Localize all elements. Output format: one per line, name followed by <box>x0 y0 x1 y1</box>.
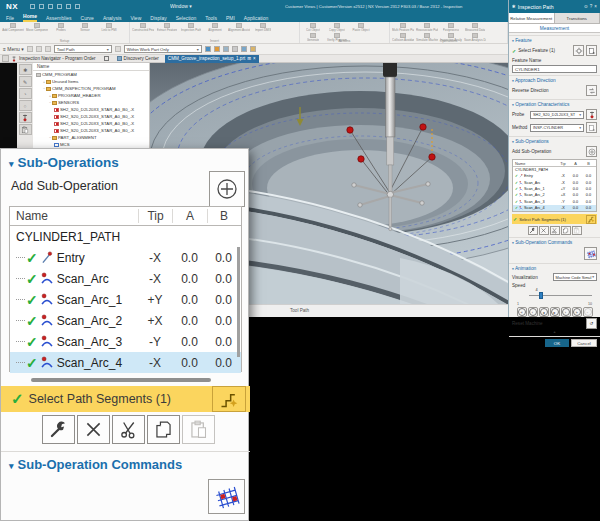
selection-filter-icon[interactable] <box>45 46 51 52</box>
close-icon[interactable]: × <box>253 56 256 61</box>
copy-button[interactable] <box>147 415 180 444</box>
menu-button[interactable]: ≡ Menu ▾ <box>3 46 24 52</box>
go-to-start-button[interactable]: « <box>517 307 527 317</box>
ribbon-item[interactable]: Extract Feature <box>156 23 178 32</box>
go-to-end-button[interactable]: » <box>572 307 582 317</box>
new-feature-button[interactable] <box>586 45 597 56</box>
ribbon-item[interactable]: Link to PMI <box>98 23 120 32</box>
split-view-icon[interactable]: ⊞ <box>247 56 251 61</box>
tab-application[interactable]: Application <box>244 15 268 22</box>
cancel-button[interactable]: Cancel <box>571 339 597 347</box>
quick-access-toolbar[interactable] <box>30 4 80 9</box>
tree-row[interactable]: SH2_S20_D2L20X3_STAR_A0_B0_-X <box>33 106 149 113</box>
toolbar-icon[interactable] <box>250 46 256 52</box>
ribbon-item[interactable]: Sensor <box>74 23 96 32</box>
ribbon-item[interactable]: Paste Object <box>350 23 372 32</box>
step-forward-button[interactable]: › <box>561 307 571 317</box>
select-path-segments-button[interactable] <box>586 215 596 224</box>
probe-select[interactable]: SH2_S20_D2L20X3_ST▾ <box>530 111 584 119</box>
section-sub-operation-commands[interactable]: ▾ Sub-Operation Commands <box>509 237 600 246</box>
tree-row[interactable]: −PART_ALIGNMENT <box>33 134 149 141</box>
ribbon-item[interactable]: Multi Feature Paths <box>392 23 414 32</box>
tree-row[interactable]: CMM_PROGRAM <box>33 71 149 78</box>
selection-filter-icon[interactable] <box>36 46 42 52</box>
pin-panel-icon[interactable] <box>104 56 109 61</box>
snap-point-icon[interactable] <box>115 46 121 52</box>
section-sub-operations[interactable]: ▾ Sub-Operations <box>509 136 600 145</box>
tab-tools[interactable]: Tools <box>205 15 217 22</box>
selection-filter-icon[interactable] <box>27 46 33 52</box>
toolbar-icon[interactable] <box>232 46 238 52</box>
toolbar-icon[interactable] <box>223 46 229 52</box>
tab-analysis[interactable]: Analysis <box>103 15 122 22</box>
window-menu[interactable]: Window ▾ <box>170 3 192 9</box>
tab-relative-measurement[interactable]: Relative Measurement <box>509 13 555 23</box>
ribbon-item[interactable]: Copy Object <box>326 23 348 32</box>
ribbon-item[interactable]: Inspection Path <box>180 23 202 32</box>
table-header[interactable]: Name Tip A B <box>10 207 241 226</box>
ribbon-item[interactable]: Cut Object <box>302 23 324 32</box>
notifications-icon[interactable]: ◔ <box>19 88 32 99</box>
tree-row[interactable]: +PROGRAM_HEADER <box>33 92 149 99</box>
play-backward-button[interactable]: ◂ <box>539 307 549 317</box>
assembly-navigator-icon[interactable]: ✱ <box>19 64 32 75</box>
constraint-navigator-icon[interactable]: ✎ <box>19 76 32 87</box>
table-row-selected[interactable]: ✓Scan_Arc_4 -X0.00.0 <box>513 205 596 211</box>
table-row-selected[interactable]: ✓Scan_Arc_4 -X0.00.0 <box>10 352 241 373</box>
delete-button[interactable] <box>539 226 549 235</box>
tab-pmi[interactable]: PMI <box>226 15 235 22</box>
tab-curve[interactable]: Curve <box>81 15 94 22</box>
step-back-button[interactable]: ‹ <box>528 307 538 317</box>
ribbon-item[interactable]: Move Component <box>26 23 48 32</box>
panel-title-bar[interactable]: ✱ Inspection Path ⊙ ? × <box>509 0 600 13</box>
speed-slider[interactable]: 4 <box>515 288 594 302</box>
paste-button[interactable] <box>572 226 582 235</box>
paste-button[interactable] <box>182 415 215 444</box>
add-sub-operation-button[interactable] <box>586 146 597 157</box>
cut-button[interactable] <box>550 226 560 235</box>
tree-row[interactable]: +Unused Items <box>33 78 149 85</box>
feature-name-input[interactable]: CYLINDER1 <box>512 65 597 73</box>
ribbon-item[interactable]: Postprocess <box>440 23 462 32</box>
search-icon[interactable]: ○ <box>19 100 32 111</box>
add-sub-operation-button[interactable] <box>209 171 245 207</box>
table-row[interactable]: ✓Scan_Arc_3 -Y0.00.0 <box>10 331 241 352</box>
tab-display[interactable]: Display <box>150 15 166 22</box>
tab-assemblies[interactable]: Assemblies <box>46 15 72 22</box>
tab-transitions[interactable]: Transitions <box>555 13 600 23</box>
select-path-segments-bar-mini[interactable]: ✓ Select Path Segments (1) <box>512 214 597 224</box>
measured-grid-button[interactable] <box>208 479 245 514</box>
reset-machine-button[interactable]: ↺ <box>586 318 597 329</box>
delete-button[interactable] <box>77 415 110 444</box>
table-row[interactable]: ✓Scan_Arc_1 +Y0.00.0 <box>10 289 241 310</box>
table-row[interactable]: ✓Entry -X0.00.0 <box>10 247 241 268</box>
tab-home[interactable]: Home <box>23 13 37 22</box>
tree-row[interactable]: SH2_S20_D2L20X3_STAR_A0_B0_-X <box>33 127 149 134</box>
tab-selection[interactable]: Selection <box>176 15 197 22</box>
table-row[interactable]: ✓Scan_Arc_2 +X0.00.0 <box>10 310 241 331</box>
stop-button[interactable]: ▪ <box>583 307 593 317</box>
ribbon-item[interactable]: Alignment <box>204 23 226 32</box>
sub-operation-commands-header[interactable]: ▾Sub-Operation Commands <box>9 457 182 472</box>
section-animation[interactable]: ▾ Animation <box>509 263 600 272</box>
vertical-scrollbar[interactable] <box>237 247 240 357</box>
collapse-arrow-icon[interactable]: ▲ <box>509 330 600 334</box>
tab-part-file[interactable]: CMM_Groove_inspection_setup_1.prt⊞× <box>165 55 259 63</box>
inspection-navigator-icon[interactable] <box>19 112 32 123</box>
tree-column-header[interactable]: Name <box>33 63 149 71</box>
slider-thumb[interactable] <box>539 292 543 299</box>
ribbon-item[interactable]: Alignment Assistant <box>228 23 250 32</box>
tab-file[interactable]: File <box>6 15 14 22</box>
toolbar-icon[interactable] <box>214 46 220 52</box>
ribbon-item[interactable]: Import DMIS <box>252 23 274 32</box>
tree-row[interactable]: SH2_S20_D2L20X3_STAR_A0_B0_-X <box>33 113 149 120</box>
selection-scope[interactable]: Within Work Part Only▾ <box>124 45 202 53</box>
clipboard-icon[interactable] <box>19 124 32 135</box>
section-approach-direction[interactable]: ▾ Approach Direction <box>509 75 600 84</box>
selection-type-filter[interactable]: Tool Path▾ <box>54 45 112 53</box>
reverse-direction-button[interactable] <box>586 85 597 96</box>
toolbar-icon[interactable] <box>241 46 247 52</box>
section-operation-characteristics[interactable]: ▾ Operation Characteristics <box>509 99 600 108</box>
section-feature[interactable]: ▾ Feature <box>509 35 600 44</box>
cut-button[interactable] <box>112 415 145 444</box>
